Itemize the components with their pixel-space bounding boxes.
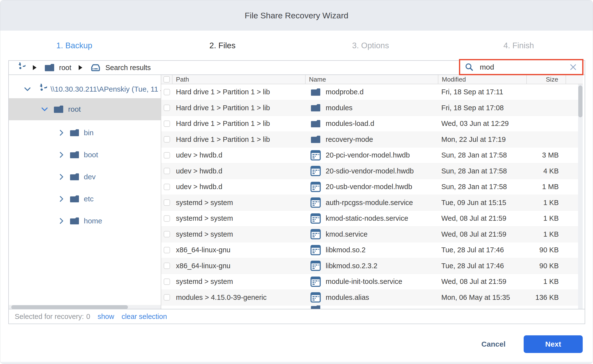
row-checkbox-cell	[161, 84, 173, 100]
chevron-right-icon[interactable]	[57, 151, 66, 159]
size-cell	[527, 116, 566, 132]
name-cell: libkmod.so.2.3.2	[306, 258, 438, 274]
file-icon	[310, 276, 321, 287]
search-box[interactable]: mod	[459, 59, 583, 75]
folder-icon[interactable]	[44, 63, 55, 73]
cancel-button[interactable]: Cancel	[480, 340, 507, 349]
show-link[interactable]: show	[98, 313, 114, 321]
chevron-down-icon[interactable]	[23, 85, 32, 94]
wizard-step-3[interactable]: 3. Options	[296, 31, 445, 60]
row-checkbox[interactable]	[164, 105, 170, 111]
file-name: kmod.service	[326, 230, 368, 238]
table-row[interactable]: systemd > systemauth-rpcgss-module.servi…	[161, 195, 583, 211]
tree-item-backup[interactable]: \\10.30.30.211\APenskiy (Tue, 11 Ja	[9, 81, 161, 97]
tree-item-etc[interactable]: etc	[9, 188, 161, 210]
table-row[interactable]: x86_64-linux-gnulibkmod.so.2Tue, 28 Jul …	[161, 242, 583, 258]
next-button[interactable]: Next	[524, 335, 583, 353]
row-checkbox[interactable]	[164, 184, 170, 190]
table-row[interactable]: modules > 4.15.0-39-genericmodules.alias…	[161, 290, 583, 306]
row-checkbox[interactable]	[164, 136, 170, 143]
file-name: modules-load.d	[326, 120, 374, 128]
name-cell: modprobe.d	[306, 84, 438, 100]
table-row[interactable]: systemd > systemkmod.serviceWed, 08 Jul …	[161, 227, 583, 243]
tree-item-root-label: root	[68, 105, 81, 113]
row-checkbox[interactable]	[164, 263, 170, 269]
modified-cell: Mon, 22 Jul at 17:19	[438, 132, 527, 147]
header-size[interactable]: Size	[527, 75, 566, 84]
modified-cell: Wed, 08 Jul at 21:59	[438, 227, 527, 242]
header-path[interactable]: Path	[173, 75, 306, 84]
wizard-step-4[interactable]: 4. Finish	[445, 31, 593, 60]
row-checkbox[interactable]	[164, 215, 170, 222]
table-vertical-scrollbar-thumb[interactable]	[578, 85, 582, 117]
path-cell: systemd > system	[173, 211, 306, 226]
table-row[interactable]: Hard drive 1 > Partition 1 > libmodprobe…	[161, 84, 583, 100]
window-bottom-edge	[0, 362, 593, 364]
table-row[interactable]: x86_64-linux-gnulibkmod.so.2.3.2Tue, 28 …	[161, 258, 583, 274]
row-checkbox[interactable]	[164, 121, 170, 127]
table-row[interactable]: Hard drive 1 > Partition 1 > librecovery…	[161, 132, 583, 148]
table-row[interactable]: Hard drive 1 > Partition 1 > libmodules-…	[161, 116, 583, 132]
row-checkbox[interactable]	[164, 199, 170, 206]
table-row[interactable]: Hard drive 1 > Partition 1 > libmodulesF…	[161, 100, 583, 116]
tree-item-home[interactable]: home	[9, 210, 161, 232]
row-checkbox[interactable]	[164, 168, 170, 174]
close-icon[interactable]	[569, 63, 577, 71]
row-checkbox[interactable]	[164, 279, 170, 285]
row-checkbox-cell	[161, 195, 173, 211]
row-checkbox[interactable]	[164, 89, 170, 95]
tree-item-dev[interactable]: dev	[9, 166, 161, 188]
size-cell: 90 KB	[527, 242, 566, 258]
header-spacer	[566, 75, 583, 84]
chevron-right-icon[interactable]	[57, 129, 66, 137]
select-all-checkbox[interactable]	[163, 76, 170, 83]
search-input[interactable]: mod	[480, 63, 569, 71]
chevron-right-icon[interactable]	[57, 217, 66, 225]
wizard-step-1[interactable]: 1. Backup	[0, 31, 148, 60]
table-vertical-scrollbar[interactable]	[578, 84, 583, 309]
restore-point-icon[interactable]	[15, 62, 25, 73]
tree-item-bin[interactable]: bin	[9, 122, 161, 144]
file-name: 20-usb-vendor-model.hwdb	[326, 183, 412, 191]
table-row[interactable]: udev > hwdb.d20-pci-vendor-model.hwdbSun…	[161, 147, 583, 163]
tree-item-root-selected[interactable]: root	[9, 98, 161, 120]
row-checkbox[interactable]	[164, 152, 170, 158]
folder-icon	[53, 104, 64, 114]
drive-icon[interactable]	[90, 62, 101, 73]
name-cell: modules.alias	[306, 290, 438, 305]
row-checkbox-cell	[161, 163, 173, 179]
wizard-step-2[interactable]: 2. Files	[148, 31, 297, 60]
header-name[interactable]: Name	[306, 75, 438, 84]
chevron-right-icon[interactable]	[57, 195, 66, 203]
modified-cell: Sun, 28 Jan at 17:58	[438, 147, 527, 163]
path-cell: x86_64-linux-gnu	[173, 258, 306, 274]
chevron-down-icon[interactable]	[40, 105, 49, 114]
folder-icon	[69, 128, 80, 137]
tree-horizontal-scrollbar-thumb[interactable]	[11, 305, 128, 309]
size-cell: 4 KB	[527, 163, 566, 179]
folder-icon	[69, 194, 80, 204]
row-checkbox-cell	[161, 116, 173, 132]
table-row[interactable]: systemd > systemkmod-static-nodes.servic…	[161, 211, 583, 227]
row-checkbox-cell	[161, 274, 173, 290]
name-cell: modules-load.d	[306, 116, 438, 132]
row-checkbox[interactable]	[164, 231, 170, 237]
restore-point-icon	[36, 84, 47, 95]
file-icon	[310, 244, 321, 256]
window-title: File Share Recovery Wizard	[245, 11, 348, 20]
chevron-right-icon[interactable]	[57, 173, 66, 181]
path-cell: Hard drive 1 > Partition 1 > lib	[173, 84, 306, 100]
tree-item-boot[interactable]: boot	[9, 144, 161, 166]
file-name: recovery-mode	[326, 135, 373, 144]
row-checkbox[interactable]	[164, 294, 170, 301]
table-row[interactable]: udev > hwdb.d20-usb-vendor-model.hwdbSun…	[161, 179, 583, 195]
table-row[interactable]: udev > hwdb.d20-sdio-vendor-model.hwdbSu…	[161, 163, 583, 179]
path-cell: modules > 4.15.0-39-generic	[173, 290, 306, 305]
table-row[interactable]: systemd > systemmodule-init-tools.servic…	[161, 274, 583, 290]
row-checkbox[interactable]	[164, 247, 170, 253]
header-modified[interactable]: Modified	[438, 75, 527, 84]
breadcrumb-root[interactable]: root	[59, 64, 71, 72]
clear-selection-link[interactable]: clear selection	[122, 313, 167, 321]
path-cell: systemd > system	[173, 274, 306, 290]
name-cell: auth-rpcgss-module.service	[306, 195, 438, 211]
